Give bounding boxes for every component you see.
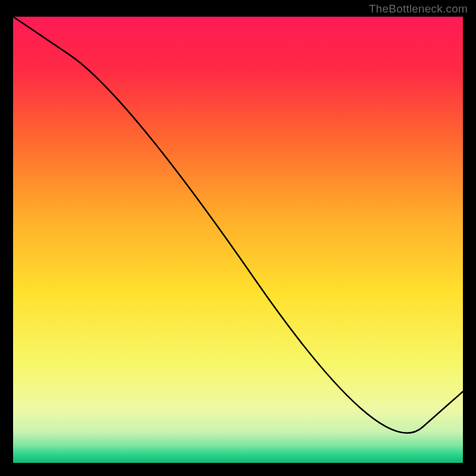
chart-stage: TheBottleneck.com <box>0 0 476 476</box>
plot-svg <box>13 17 463 463</box>
gradient-background <box>13 17 463 463</box>
watermark-text: TheBottleneck.com <box>369 2 468 15</box>
plot-area <box>13 17 463 463</box>
